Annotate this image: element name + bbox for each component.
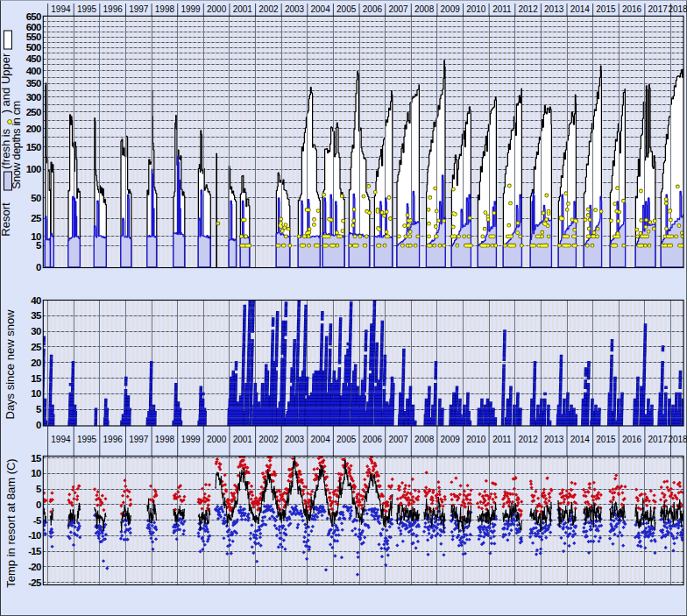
svg-text:2002: 2002: [259, 4, 279, 14]
svg-text:2005: 2005: [336, 4, 357, 14]
svg-text:2014: 2014: [570, 435, 591, 444]
svg-text:500: 500: [26, 42, 41, 53]
svg-text:Days since new snow: Days since new snow: [4, 309, 17, 420]
svg-text:20: 20: [31, 358, 41, 368]
svg-text:2005: 2005: [336, 435, 357, 444]
svg-text:10: 10: [31, 231, 41, 242]
svg-text:1994: 1994: [51, 435, 71, 444]
svg-text:30: 30: [31, 326, 41, 336]
svg-text:550: 550: [26, 32, 41, 42]
svg-text:2004: 2004: [310, 435, 330, 444]
svg-text:1998: 1998: [155, 4, 175, 14]
svg-text:2001: 2001: [233, 4, 253, 14]
svg-text:10: 10: [31, 468, 41, 478]
svg-text:350: 350: [26, 78, 41, 89]
svg-text:2013: 2013: [544, 4, 564, 14]
svg-text:2003: 2003: [285, 435, 305, 444]
svg-text:2007: 2007: [388, 4, 408, 14]
svg-text:2009: 2009: [441, 435, 461, 444]
svg-text:1995: 1995: [77, 435, 97, 444]
svg-text:2015: 2015: [596, 435, 616, 444]
svg-text:1999: 1999: [181, 4, 201, 14]
svg-text:1994: 1994: [51, 4, 71, 14]
svg-text:2018: 2018: [668, 435, 687, 444]
svg-text:5: 5: [36, 484, 42, 494]
svg-text:2012: 2012: [518, 4, 538, 14]
svg-text:2009: 2009: [441, 4, 461, 14]
svg-text:2008: 2008: [414, 435, 435, 444]
svg-text:-10: -10: [28, 530, 41, 541]
svg-text:2001: 2001: [233, 435, 253, 444]
svg-text:1995: 1995: [77, 4, 97, 14]
svg-text:10: 10: [31, 388, 41, 399]
svg-text:35: 35: [31, 310, 42, 321]
svg-text:2010: 2010: [466, 435, 486, 444]
svg-text:2013: 2013: [544, 435, 564, 444]
svg-text:5: 5: [36, 404, 42, 414]
svg-text:650: 650: [26, 11, 41, 22]
svg-text:15: 15: [31, 453, 42, 464]
svg-text:2002: 2002: [259, 435, 279, 444]
svg-text:Temp in resort at 8am (C): Temp in resort at 8am (C): [4, 458, 18, 587]
svg-text:600: 600: [26, 22, 41, 32]
svg-text:200: 200: [26, 124, 41, 134]
svg-text:2012: 2012: [518, 435, 538, 444]
svg-text:0: 0: [36, 499, 41, 510]
svg-text:2007: 2007: [388, 435, 408, 444]
svg-text:1999: 1999: [181, 435, 201, 444]
svg-text:-15: -15: [28, 546, 42, 556]
svg-text:450: 450: [26, 53, 41, 64]
svg-text:25: 25: [31, 342, 42, 352]
svg-text:300: 300: [26, 92, 41, 103]
svg-text:-20: -20: [28, 562, 41, 572]
svg-text:2011: 2011: [492, 4, 512, 14]
svg-text:2014: 2014: [570, 4, 591, 14]
svg-text:2004: 2004: [310, 4, 330, 14]
svg-text:40: 40: [31, 295, 41, 306]
svg-text:0: 0: [36, 420, 41, 430]
svg-text:100: 100: [26, 164, 41, 174]
svg-text:2006: 2006: [363, 435, 383, 444]
svg-text:2011: 2011: [492, 435, 512, 444]
svg-text:2000: 2000: [207, 4, 227, 14]
svg-text:2017: 2017: [648, 4, 669, 14]
svg-text:2018: 2018: [668, 4, 687, 14]
svg-text:2010: 2010: [466, 4, 486, 14]
svg-text:-5: -5: [33, 515, 42, 526]
svg-text:2016: 2016: [622, 4, 642, 14]
svg-text:5: 5: [36, 240, 42, 251]
svg-text:2017: 2017: [648, 435, 669, 444]
svg-text:1996: 1996: [103, 4, 124, 14]
svg-text:1996: 1996: [103, 435, 124, 444]
svg-text:250: 250: [26, 107, 41, 117]
svg-text:0: 0: [36, 262, 41, 273]
svg-text:1998: 1998: [155, 435, 175, 444]
svg-text:2006: 2006: [363, 4, 383, 14]
svg-text:Snow depths in cm: Snow depths in cm: [11, 101, 23, 189]
svg-text:2003: 2003: [285, 4, 305, 14]
svg-text:2000: 2000: [207, 435, 227, 444]
svg-text:15: 15: [31, 373, 42, 384]
svg-text:1997: 1997: [129, 4, 149, 14]
svg-text:1997: 1997: [129, 435, 149, 444]
svg-text:150: 150: [26, 142, 41, 152]
svg-text:400: 400: [26, 66, 41, 76]
svg-text:2016: 2016: [622, 435, 642, 444]
svg-text:-25: -25: [28, 577, 42, 588]
svg-text:Resort: Resort: [0, 202, 12, 237]
svg-text:2008: 2008: [414, 4, 435, 14]
svg-text:25: 25: [31, 213, 42, 223]
svg-text:2015: 2015: [596, 4, 616, 14]
svg-text:50: 50: [31, 193, 41, 203]
